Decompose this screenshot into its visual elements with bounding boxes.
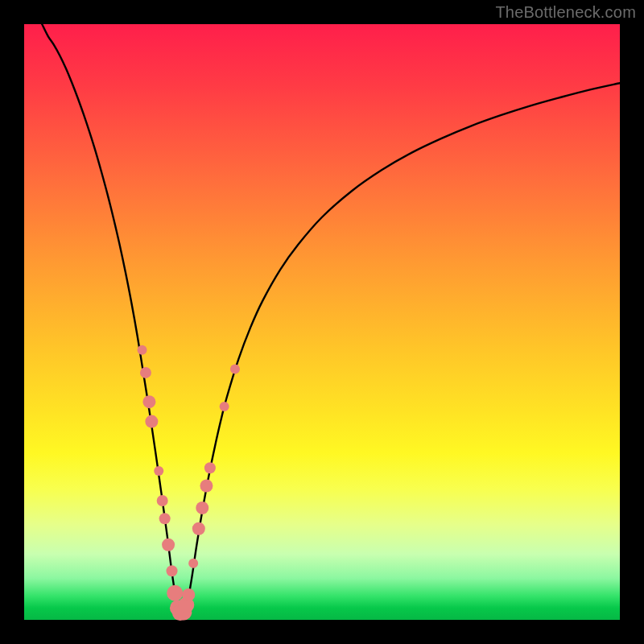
watermark-text: TheBottleneck.com: [495, 3, 636, 22]
curve-marker: [182, 588, 195, 601]
plot-area: [24, 24, 620, 620]
curve-marker: [188, 559, 198, 568]
curve-marker: [157, 495, 168, 506]
curve-markers: [138, 345, 240, 621]
chart-frame: TheBottleneck.com: [0, 0, 644, 644]
curve-marker: [230, 364, 240, 374]
curve-marker: [220, 402, 229, 411]
curve-svg: [24, 24, 620, 620]
curve-marker: [159, 513, 171, 524]
bottleneck-curve: [42, 24, 620, 617]
curve-marker: [162, 539, 175, 551]
curve-marker: [138, 345, 147, 355]
curve-marker: [167, 565, 178, 576]
curve-marker: [142, 395, 155, 408]
curve-marker: [204, 462, 216, 473]
curve-marker: [196, 502, 208, 514]
curve-marker: [154, 466, 163, 476]
curve-marker: [192, 522, 205, 535]
curve-marker: [167, 585, 183, 601]
curve-marker: [145, 415, 158, 428]
curve-marker: [140, 367, 151, 378]
curve-marker: [200, 480, 213, 493]
